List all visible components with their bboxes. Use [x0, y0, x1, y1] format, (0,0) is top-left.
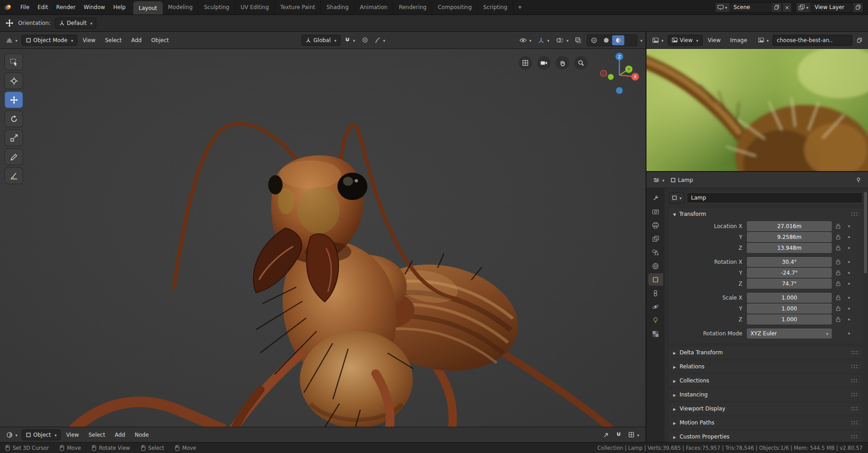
new-scene-button[interactable] [772, 3, 782, 12]
tab-texture[interactable] [648, 328, 663, 340]
shading-rendered-button[interactable] [624, 35, 637, 45]
snapping-dropdown[interactable] [342, 34, 358, 46]
location-z-field[interactable]: 13.948m [747, 243, 832, 253]
tab-shading[interactable]: Shading [321, 0, 354, 14]
image-editor-type-button[interactable] [650, 34, 666, 46]
zoom-view-button[interactable] [574, 56, 588, 70]
select-box-tool-button[interactable] [5, 53, 23, 70]
shading-material-button[interactable] [612, 35, 624, 45]
keyframe-dot-icon[interactable] [844, 224, 854, 228]
rotation-z-field[interactable]: 74.7° [747, 279, 832, 289]
visibility-dropdown[interactable] [517, 34, 534, 46]
mode-dropdown[interactable]: Object Mode [22, 35, 77, 46]
image-name-field[interactable]: choose-the-best-an.. [773, 35, 852, 46]
add-workspace-button[interactable]: + [513, 0, 527, 14]
shader-type-dropdown[interactable]: Object [22, 429, 61, 440]
tab-layout[interactable]: Layout [133, 1, 163, 14]
menu-object[interactable]: Object [147, 34, 173, 46]
properties-scrollbar[interactable] [864, 192, 867, 273]
menu-view[interactable]: View [704, 34, 725, 46]
tab-rendering[interactable]: Rendering [393, 0, 432, 14]
menu-add[interactable]: Add [111, 429, 129, 441]
pan-view-button[interactable] [556, 56, 569, 70]
keyframe-dot-icon[interactable] [844, 296, 854, 300]
scene-name[interactable]: Scene [730, 3, 772, 12]
delete-scene-button[interactable] [782, 3, 792, 12]
location-x-field[interactable]: 27.016m [747, 221, 832, 231]
scale-y-field[interactable]: 1.000 [747, 304, 832, 314]
transform-panel-header[interactable]: Transform [669, 208, 863, 220]
location-y-field[interactable]: 9.2586m [747, 232, 832, 242]
menu-render[interactable]: Render [52, 0, 80, 14]
rotation-y-field[interactable]: -24.7° [747, 268, 832, 278]
panel-custom-properties[interactable]: Custom Properties [669, 431, 863, 442]
tab-uv-editing[interactable]: UV Editing [235, 0, 275, 14]
proportional-editing-button[interactable] [359, 35, 371, 46]
panel-grip-icon[interactable] [851, 406, 859, 411]
object-name-field[interactable]: Lamp [687, 192, 863, 203]
panel-grip-icon[interactable] [851, 434, 859, 439]
tab-compositing[interactable]: Compositing [432, 0, 477, 14]
panel-grip-icon[interactable] [851, 350, 859, 355]
shading-solid-button[interactable] [600, 35, 612, 45]
pin-id-button[interactable] [853, 175, 864, 186]
grid-view-button[interactable] [519, 56, 532, 70]
gizmos-dropdown[interactable] [535, 34, 552, 46]
view-layer-name[interactable]: View Layer [811, 3, 853, 12]
lock-icon[interactable] [832, 234, 844, 240]
lock-icon[interactable] [832, 316, 844, 322]
falloff-dropdown[interactable] [372, 34, 388, 46]
menu-edit[interactable]: Edit [33, 0, 52, 14]
ant-model[interactable] [0, 49, 646, 427]
tab-view-layer[interactable] [648, 233, 663, 245]
keyframe-dot-icon[interactable] [844, 332, 854, 335]
panel-grip-icon[interactable] [851, 364, 859, 369]
keyframe-dot-icon[interactable] [844, 260, 854, 264]
tab-physics[interactable] [648, 300, 663, 313]
lock-icon[interactable] [832, 305, 844, 311]
camera-view-button[interactable] [537, 56, 551, 70]
viewport-editor-type-button[interactable] [3, 34, 20, 46]
keyframe-dot-icon[interactable] [844, 318, 854, 321]
menu-select[interactable]: Select [101, 34, 126, 46]
menu-window[interactable]: Window [80, 0, 109, 14]
menu-view[interactable]: View [79, 34, 99, 46]
panel-collections[interactable]: Collections [669, 375, 863, 386]
shader-editor-type-button[interactable] [4, 429, 20, 441]
menu-view[interactable]: View [62, 429, 83, 441]
tab-scripting[interactable]: Scripting [478, 0, 513, 14]
tab-constraints[interactable] [648, 287, 663, 299]
shading-options-chevron-icon[interactable] [639, 37, 642, 43]
scene-browse-button[interactable] [715, 3, 730, 12]
rotate-tool-button[interactable] [5, 110, 23, 127]
tab-object-data[interactable] [648, 314, 663, 326]
tab-output[interactable] [648, 219, 663, 231]
frame-view-button[interactable] [600, 429, 612, 440]
tab-sculpting[interactable]: Sculpting [198, 0, 235, 14]
editor-options-dropdown[interactable] [626, 429, 642, 441]
menu-file[interactable]: File [16, 0, 33, 14]
scale-tool-button[interactable] [5, 129, 23, 146]
keyframe-dot-icon[interactable] [844, 282, 854, 286]
rotation-x-field[interactable]: 30.4° [747, 257, 832, 267]
lock-icon[interactable] [832, 270, 844, 276]
xray-toggle-button[interactable] [572, 35, 584, 46]
navigation-gizmo[interactable]: Z Y X [597, 52, 642, 99]
annotate-tool-button[interactable] [5, 148, 23, 165]
panel-viewport-display[interactable]: Viewport Display [669, 403, 863, 415]
tab-texture-paint[interactable]: Texture Paint [275, 0, 321, 14]
lock-icon[interactable] [832, 223, 844, 229]
properties-editor-type-button[interactable] [651, 174, 667, 186]
view-layer-browse-button[interactable] [796, 3, 811, 12]
panel-grip-icon[interactable] [851, 392, 859, 397]
shading-wireframe-button[interactable] [588, 35, 600, 45]
lock-icon[interactable] [832, 245, 844, 251]
id-browse-button[interactable] [669, 192, 684, 203]
panel-relations[interactable]: Relations [669, 361, 863, 372]
panel-motion-paths[interactable]: Motion Paths [669, 417, 863, 429]
menu-node[interactable]: Node [131, 429, 153, 441]
panel-grip-icon[interactable] [851, 420, 859, 425]
keyframe-dot-icon[interactable] [844, 271, 854, 275]
panel-grip-icon[interactable] [851, 212, 859, 217]
viewport-3d[interactable]: Z Y X [0, 49, 646, 427]
